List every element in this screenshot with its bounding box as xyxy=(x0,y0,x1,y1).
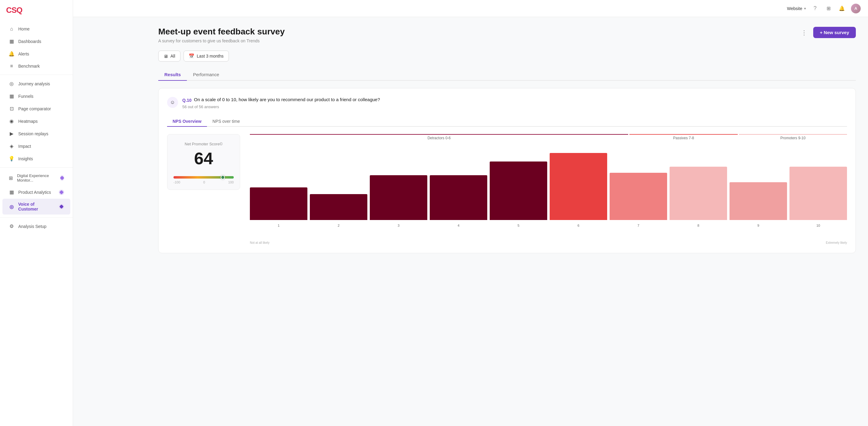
sidebar-item-label: Heatmaps xyxy=(18,119,38,124)
avatar[interactable]: A xyxy=(851,4,861,13)
question-card: ☺ Q.10 On a scale of 0 to 10, how likely… xyxy=(158,88,856,253)
more-options-button[interactable]: ⋮ xyxy=(799,28,810,37)
sidebar-item-label: Product Analytics xyxy=(18,190,51,195)
sidebar-item-page-comparator[interactable]: ⊡ Page comparator xyxy=(2,103,70,115)
bar-9 xyxy=(730,182,787,220)
page-header: Meet-up event feedback survey A survey f… xyxy=(158,27,856,43)
page-title-area: Meet-up event feedback survey A survey f… xyxy=(158,27,285,43)
sidebar-item-label: Voice of Customer xyxy=(18,202,55,211)
bar-x-label-6: 6 xyxy=(577,224,579,227)
bar-chart-container: 12345678910 xyxy=(250,144,847,229)
question-meta: 56 out of 56 answers xyxy=(182,105,380,109)
heatmaps-icon: ◉ xyxy=(8,118,14,124)
question-info: Q.10 On a scale of 0 to 10, how likely a… xyxy=(182,97,380,109)
bar-x-label-9: 9 xyxy=(757,224,759,227)
nps-gauge-thumb xyxy=(221,175,225,179)
dem-badge xyxy=(60,175,64,181)
sidebar-item-insights[interactable]: 💡 Insights xyxy=(2,153,70,165)
filters-row: 🖥 All 📅 Last 3 months xyxy=(158,51,856,61)
bar-x-label-10: 10 xyxy=(816,224,820,227)
bar-7 xyxy=(610,173,667,220)
nps-gauge-track xyxy=(174,176,234,178)
notification-icon[interactable]: 🔔 xyxy=(838,4,846,13)
nps-score-value: 64 xyxy=(194,150,213,167)
passives-label: Passives 7-8 xyxy=(629,136,738,140)
topbar-website-selector[interactable]: Website ▾ xyxy=(787,6,806,11)
bar-column-3: 3 xyxy=(370,144,427,220)
tab-results[interactable]: Results xyxy=(158,69,187,81)
bar-x-label-7: 7 xyxy=(637,224,639,227)
sidebar-item-session-replays[interactable]: ▶ Session replays xyxy=(2,128,70,140)
product-analytics-icon: ▦ xyxy=(8,189,14,195)
bar-column-5: 5 xyxy=(490,144,547,220)
bar-x-label-1: 1 xyxy=(278,224,279,227)
all-filter-button[interactable]: 🖥 All xyxy=(158,51,181,61)
sidebar-logo: CSQ xyxy=(0,0,73,21)
question-header: ☺ Q.10 On a scale of 0 to 10, how likely… xyxy=(167,97,847,109)
bar-10 xyxy=(789,167,847,220)
sidebar-item-product-analytics[interactable]: ▦ Product Analytics xyxy=(2,186,70,198)
nps-score-label: Net Promoter Score© xyxy=(185,142,222,146)
gauge-max-label: 100 xyxy=(228,180,234,184)
logo-text: CSQ xyxy=(6,5,22,15)
comparator-icon: ⊡ xyxy=(8,106,14,112)
bar-x-label-5: 5 xyxy=(517,224,519,227)
sidebar-divider xyxy=(0,75,73,75)
sidebar-item-journey-analysis[interactable]: ◎ Journey analysis xyxy=(2,78,70,90)
avatar-initials: A xyxy=(851,4,861,13)
sidebar-item-impact[interactable]: ◈ Impact xyxy=(2,140,70,152)
page-actions: ⋮ + New survey xyxy=(799,27,856,38)
product-analytics-badge xyxy=(59,190,64,195)
sidebar-nav: ⌂ Home ▦ Dashboards 🔔 Alerts ≡ Benchmark… xyxy=(0,21,73,235)
sidebar-item-label: Journey analysis xyxy=(18,81,50,86)
bar-chart-wrapper: 12345678910 Not at all likely Extremely … xyxy=(250,144,847,245)
page-subtitle: A survey for customers to give us feedba… xyxy=(158,38,285,43)
question-icon: ☺ xyxy=(167,97,178,108)
sidebar-item-heatmaps[interactable]: ◉ Heatmaps xyxy=(2,115,70,127)
sidebar-item-label: Session replays xyxy=(18,131,49,136)
sidebar-item-label: Alerts xyxy=(18,52,29,56)
monitor-icon: 🖥 xyxy=(163,54,168,59)
sidebar-item-benchmark[interactable]: ≡ Benchmark xyxy=(2,60,70,72)
inner-tabs: NPS Overview NPS over time xyxy=(167,116,847,127)
bar-column-8: 8 xyxy=(670,144,727,220)
sidebar-item-label: Dashboards xyxy=(18,39,41,44)
question-text: On a scale of 0 to 10, how likely are yo… xyxy=(194,97,380,102)
nps-score-panel: Net Promoter Score© 64 -100 0 100 xyxy=(167,134,240,190)
grid-icon[interactable]: ⊞ xyxy=(824,4,833,13)
detractors-line xyxy=(250,134,628,135)
sidebar-item-label: Benchmark xyxy=(18,64,40,68)
date-filter-button[interactable]: 📅 Last 3 months xyxy=(184,51,229,61)
sidebar-item-alerts[interactable]: 🔔 Alerts xyxy=(2,48,70,60)
sidebar-item-dem[interactable]: ⊞ Digital Experience Monitor... xyxy=(2,170,70,186)
promoters-label: Promoters 9-10 xyxy=(739,136,847,140)
home-icon: ⌂ xyxy=(8,26,14,32)
sidebar-item-label: Impact xyxy=(18,144,31,149)
sidebar-item-label: Analysis Setup xyxy=(18,224,46,229)
sidebar: CSQ ⌂ Home ▦ Dashboards 🔔 Alerts ≡ Bench… xyxy=(0,0,73,426)
bar-x-label-2: 2 xyxy=(338,224,339,227)
sidebar-divider-2 xyxy=(0,167,73,168)
bar-2 xyxy=(310,194,367,220)
bar-column-10: 10 xyxy=(789,144,847,220)
new-survey-button[interactable]: + New survey xyxy=(813,27,856,38)
inner-tab-nps-overview[interactable]: NPS Overview xyxy=(167,116,207,127)
tab-performance[interactable]: Performance xyxy=(187,69,225,81)
sidebar-item-home[interactable]: ⌂ Home xyxy=(2,23,70,35)
topbar: Website ▾ ? ⊞ 🔔 A xyxy=(73,0,868,17)
calendar-icon: 📅 xyxy=(189,53,194,59)
sidebar-item-label: Funnels xyxy=(18,94,33,99)
replays-icon: ▶ xyxy=(8,131,14,137)
sidebar-item-voice-of-customer[interactable]: ◎ Voice of Customer xyxy=(2,199,70,215)
help-icon[interactable]: ? xyxy=(811,4,819,13)
inner-tab-nps-over-time[interactable]: NPS over time xyxy=(207,116,245,127)
passives-group-header: Passives 7-8 xyxy=(629,134,738,140)
sidebar-item-label: Home xyxy=(18,27,30,31)
sidebar-item-dashboards[interactable]: ▦ Dashboards xyxy=(2,35,70,47)
sidebar-divider-3 xyxy=(0,217,73,218)
main-tabs: Results Performance xyxy=(158,69,856,81)
sidebar-item-funnels[interactable]: ▦ Funnels xyxy=(2,90,70,102)
sidebar-item-analysis-setup[interactable]: ⚙ Analysis Setup xyxy=(2,220,70,232)
bar-8 xyxy=(670,167,727,220)
sidebar-item-label: Insights xyxy=(18,156,33,161)
